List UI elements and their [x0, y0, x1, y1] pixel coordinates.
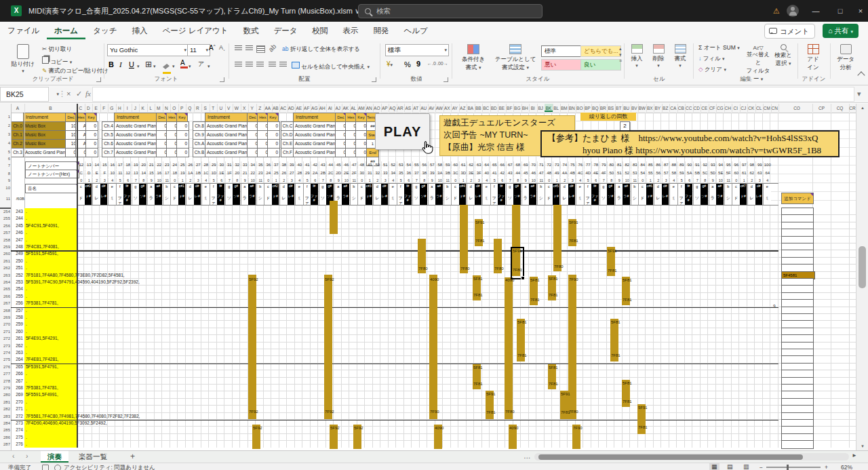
piano-key-white-62[interactable]: dレ: [467, 184, 475, 205]
underline-dropdown[interactable]: ▾: [137, 64, 140, 69]
measure-number-254[interactable]: 254: [11, 286, 23, 292]
comments-button[interactable]: コメント: [764, 24, 815, 39]
midi-data-273[interactable]: 7F4D90,404690,404190,5F3092,5F2492,: [26, 420, 107, 427]
midi-data-276[interactable]: .: [26, 441, 27, 448]
extra-command-cell-33[interactable]: [781, 440, 814, 448]
piano-key-white-38[interactable]: dレ: [279, 184, 288, 205]
midi-data-271[interactable]: .: [26, 406, 27, 412]
piano-key-black-30[interactable]: f#ファ#: [217, 184, 224, 205]
comma-button[interactable]: 9: [416, 60, 420, 68]
piano-key-black-97[interactable]: c#7ド#: [740, 184, 747, 205]
instrument-cell[interactable]: Acoustic Grand Piano: [205, 139, 250, 149]
piano-key-black-42[interactable]: f#ファ#: [311, 184, 318, 205]
midi-data-244[interactable]: .: [26, 215, 27, 222]
midi-data-270[interactable]: .: [26, 399, 27, 406]
cell-style-normal[interactable]: 標準: [541, 45, 582, 57]
midi-data-266[interactable]: .: [26, 370, 27, 377]
clear-button[interactable]: ◇ クリア ▾: [698, 66, 726, 74]
piano-key-white-53[interactable]: fファ: [397, 184, 405, 205]
row-header-285[interactable]: 285: [0, 427, 12, 433]
measure-number-244[interactable]: 244: [11, 215, 23, 222]
note-bar-15[interactable]: [429, 275, 437, 419]
row-header-255[interactable]: 255: [0, 215, 12, 222]
piano-key-black-18[interactable]: f#ファ#: [123, 184, 131, 205]
piano-key-white-35[interactable]: bシ: [256, 184, 264, 205]
zoom-slider[interactable]: [766, 467, 821, 468]
value-cell[interactable]: 0: [85, 148, 98, 157]
instrument-cell[interactable]: Acoustic Grand Piano: [293, 148, 338, 157]
instrument-cell[interactable]: Acoustic Grand Piano: [205, 130, 250, 140]
shrink-font-button[interactable]: A˯: [219, 44, 225, 51]
addins-button[interactable]: アドイン: [800, 44, 826, 72]
midi-data-258[interactable]: .: [26, 314, 27, 321]
scroll-right-icon[interactable]: ►: [852, 452, 857, 458]
measure-number-243[interactable]: 243: [11, 208, 23, 215]
row-header-278[interactable]: 278: [0, 378, 12, 385]
piano-key-white-19[interactable]: gソ: [132, 184, 140, 205]
measure-number-246[interactable]: 246: [11, 229, 23, 236]
row-header-280[interactable]: 280: [0, 391, 12, 398]
menu-tab-4[interactable]: ページ レイアウト: [155, 22, 235, 39]
decrease-indent-icon[interactable]: [269, 62, 276, 68]
col-header-CP[interactable]: CP: [812, 104, 831, 112]
piano-key-white-98[interactable]: dレ: [747, 184, 755, 205]
piano-key-white-26[interactable]: dレ: [186, 184, 194, 205]
piano-key-white-28[interactable]: eミ: [201, 184, 210, 205]
close-button[interactable]: ×: [853, 0, 868, 22]
styles-gallery-arrows[interactable]: ▴▾≡: [619, 45, 622, 64]
menu-tab-8[interactable]: 表示: [336, 22, 366, 39]
midi-data-261[interactable]: 5F4E91,5F4291,: [26, 335, 58, 342]
fill-color-dropdown[interactable]: ▾: [172, 64, 175, 69]
value-cell[interactable]: 0: [85, 139, 98, 149]
row-header-9[interactable]: 9: [0, 178, 12, 184]
piano-key-black-68[interactable]: g#ソ#: [513, 184, 521, 205]
row-header-265[interactable]: 265: [0, 286, 12, 292]
measure-number-272[interactable]: 272: [11, 413, 23, 420]
horizontal-scrollbar[interactable]: [534, 453, 849, 461]
piano-key-black-25[interactable]: c#1ド#: [178, 184, 186, 205]
instrument-cell[interactable]: Music Box: [23, 130, 68, 140]
font-color-button[interactable]: A: [180, 59, 188, 68]
note-bar-0[interactable]: [330, 201, 338, 234]
midi-data-257[interactable]: .: [26, 307, 27, 314]
piano-key-white-76[interactable]: eミ: [576, 184, 584, 205]
menu-tab-10[interactable]: ヘルプ: [397, 22, 435, 39]
measure-number-266[interactable]: 266: [11, 370, 23, 377]
measure-number-249[interactable]: 249: [11, 250, 23, 257]
piano-key-black-15[interactable]: d#レ#: [100, 184, 108, 205]
midi-data-253[interactable]: 5F5391,7F4C90,5F4791,404590,404190,5F2F9…: [26, 279, 140, 286]
tab-overflow-icon[interactable]: …: [524, 452, 531, 460]
note-bar-17[interactable]: [505, 277, 513, 419]
currency-button[interactable]: ¥▾: [387, 60, 393, 68]
align-left-icon[interactable]: [235, 62, 242, 68]
number-format-select[interactable]: 標準▾: [385, 44, 449, 56]
wrap-text-button[interactable]: ab 折り返して全体を表示する: [282, 45, 360, 54]
piano-key-white-95[interactable]: bシ: [724, 184, 732, 205]
piano-key-black-46[interactable]: a#ラ#: [342, 184, 349, 205]
piano-key-black-49[interactable]: c#3ド#: [366, 184, 373, 205]
row-header-269[interactable]: 269: [0, 314, 12, 321]
align-center-icon[interactable]: [245, 62, 253, 68]
piano-key-white-33[interactable]: aラ: [241, 184, 249, 205]
midi-data-262[interactable]: .: [26, 342, 27, 349]
row-header-267[interactable]: 267: [0, 300, 12, 307]
piano-key-white-41[interactable]: fファ: [303, 184, 311, 205]
midi-data-256[interactable]: 7F5381,7F4781,: [26, 300, 58, 307]
midi-data-251[interactable]: .: [26, 265, 27, 271]
row-header-287[interactable]: 287: [0, 441, 12, 448]
note-bar-1[interactable]: [460, 205, 468, 273]
value-cell[interactable]: 0: [176, 121, 189, 131]
piano-key-white-47[interactable]: bシ: [350, 184, 358, 205]
autosum-button[interactable]: Σ オート SUM ▾: [698, 44, 740, 52]
piano-key-white-23[interactable]: bシ: [163, 184, 171, 205]
delete-cells-button[interactable]: 削除▾: [648, 44, 669, 68]
measure-number-271[interactable]: 271: [11, 406, 23, 412]
measure-number-259[interactable]: 259: [11, 321, 23, 328]
value-cell[interactable]: 0: [85, 130, 98, 140]
piano-key-black-78[interactable]: f#ファ#: [591, 184, 599, 205]
piano-key-white-100[interactable]: eミ: [763, 184, 771, 205]
piano-key-white-29[interactable]: fファ: [210, 184, 218, 205]
measure-number-270[interactable]: 270: [11, 399, 23, 406]
piano-key-white-64[interactable]: eミ: [482, 184, 490, 205]
measure-number-276[interactable]: 276: [11, 441, 23, 448]
